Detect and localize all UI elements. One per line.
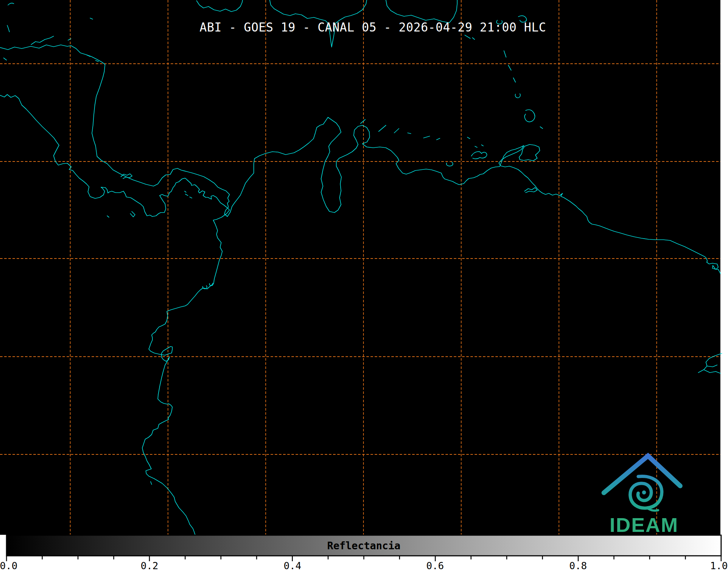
map-title: ABI - GOES 19 - CANAL 05 - 2026-04-29 21… <box>199 20 546 34</box>
goes-satellite-map: ABI - GOES 19 - CANAL 05 - 2026-04-29 21… <box>0 0 728 571</box>
tick-label-0.2: 0.2 <box>141 560 159 571</box>
logo-text: IDEAM <box>610 513 678 536</box>
satellite-image-figure: ABI - GOES 19 - CANAL 05 - 2026-04-29 21… <box>0 0 728 571</box>
tick-label-1.0: 1.0 <box>710 560 728 571</box>
logo-spiral-eye-icon <box>642 491 646 495</box>
tick-label-0.4: 0.4 <box>284 560 302 571</box>
tick-label-0.0: 0.0 <box>0 560 17 571</box>
tick-label-0.6: 0.6 <box>426 560 444 571</box>
colorbar-label: Reflectancia <box>327 540 400 552</box>
tick-label-0.8: 0.8 <box>569 560 587 571</box>
